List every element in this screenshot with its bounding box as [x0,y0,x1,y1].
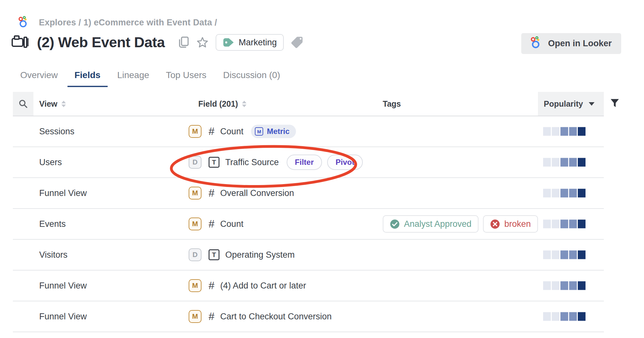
popularity-segment [578,189,586,198]
field-name: Cart to Checkout Conversion [220,312,332,322]
field-attribute-chip[interactable]: Pivot [327,155,363,170]
text-type-icon: T [209,249,219,260]
looker-logo-icon [18,16,29,29]
field-name: Count [220,127,243,137]
column-header-field: Field (201) [198,99,238,109]
view-cell: Visitors [39,250,67,260]
looker-logo-icon [531,36,542,51]
table-header-row: View Field (201) Tags Popularity [13,92,604,116]
tags-cell: Analyst Approvedbroken [383,215,538,233]
sort-view-control[interactable] [61,101,66,107]
popularity-segment [560,189,568,198]
sort-field-control[interactable] [242,101,246,107]
column-header-popularity[interactable]: Popularity [538,92,604,116]
view-cell: Funnel View [39,312,87,322]
tag-label: broken [504,219,531,229]
table-row[interactable]: EventsM#CountAnalyst Approvedbroken [13,209,604,240]
metric-m-icon: M [255,127,263,136]
check-circle-icon [390,219,400,229]
popularity-segment [560,220,568,228]
popularity-bars [543,158,586,167]
popularity-segment [569,127,577,136]
field-name: Count [220,219,243,229]
breadcrumb[interactable]: Explores / 1) eCommerce with Event Data … [39,18,217,28]
popularity-segment [543,158,551,167]
fields-table: View Field (201) Tags Popularity Session… [0,92,644,332]
popularity-segment [543,189,551,198]
field-kind-badge: M [189,125,201,138]
popularity-segment [569,220,577,228]
page-title: (2) Web Event Data [37,34,165,51]
field-attribute-chip[interactable]: Filter [287,155,322,170]
popularity-segment [552,127,559,136]
column-header-view: View [39,99,58,109]
table-row[interactable]: Funnel ViewM#Overall Conversion [13,178,604,209]
popularity-segment [578,127,586,136]
popularity-bars [543,189,586,198]
popularity-segment [552,220,559,228]
search-icon[interactable] [13,92,33,116]
table-body: SessionsM#CountMMetricUsersDTTraffic Sou… [0,116,644,332]
field-name: (4) Add to Cart or later [220,281,306,291]
popularity-segment [560,158,568,167]
popularity-bars [543,251,586,259]
tag-approved-chip[interactable]: Analyst Approved [383,215,479,233]
x-circle-icon [490,219,500,229]
tag-broken-chip[interactable]: broken [483,215,538,233]
tag-teal-icon [223,38,234,47]
field-name: Operating System [225,250,295,260]
view-cell: Events [39,219,66,229]
field-kind-badge: D [189,248,201,261]
popularity-segment [543,220,551,228]
number-type-icon: # [209,310,214,323]
tab-lineage[interactable]: Lineage [117,70,149,87]
popularity-segment [552,158,559,167]
title-row: (2) Web Event Data Marketing [11,31,311,54]
number-type-icon: # [209,125,214,138]
filter-funnel-icon[interactable] [610,98,620,109]
view-cell: Funnel View [39,188,87,198]
star-icon[interactable] [196,36,209,49]
popularity-segment [569,312,577,321]
popularity-segment [569,251,577,259]
breadcrumb-row: Explores / 1) eCommerce with Event Data … [18,16,217,29]
popularity-segment [543,251,551,259]
field-kind-badge: M [189,218,201,230]
number-type-icon: # [209,187,214,199]
popularity-segment [569,189,577,198]
field-name: Traffic Source [225,157,279,167]
tab-overview[interactable]: Overview [20,70,58,87]
column-header-tags: Tags [383,99,401,109]
chip-label: Filter [295,158,314,167]
table-row[interactable]: Funnel ViewM#Cart to Checkout Conversion [13,301,604,332]
copy-icon[interactable] [178,36,189,49]
popularity-segment [552,251,559,259]
tab-top-users[interactable]: Top Users [166,70,206,87]
table-row[interactable]: VisitorsDTOperating System [13,240,604,271]
popularity-bars [543,281,586,290]
popularity-segment [569,158,577,167]
popularity-segment [560,251,568,259]
table-row[interactable]: UsersDTTraffic SourceFilterPivot [13,147,604,178]
open-in-looker-label: Open in Looker [548,39,612,49]
popularity-segment [560,312,568,321]
metric-chip[interactable]: MMetric [251,125,296,138]
open-in-looker-button[interactable]: Open in Looker [521,33,621,54]
number-type-icon: # [209,218,214,230]
field-cell: M#Overall Conversion [189,187,302,200]
tags-icon[interactable] [290,36,304,49]
page: Explores / 1) eCommerce with Event Data … [0,0,644,338]
view-cell: Users [39,157,62,167]
popularity-segment [543,127,551,136]
popularity-segment [578,281,586,290]
popularity-segment [569,281,577,290]
popularity-segment [578,251,586,259]
table-row[interactable]: Funnel ViewM#(4) Add to Cart or later [13,271,604,301]
popularity-segment [560,281,568,290]
view-cell: Funnel View [39,281,87,291]
tab-discussion[interactable]: Discussion (0) [223,70,280,87]
field-cell: M#Cart to Checkout Conversion [189,310,339,323]
table-row[interactable]: SessionsM#CountMMetric [13,116,604,147]
tab-fields[interactable]: Fields [67,70,108,87]
marketing-tag-chip[interactable]: Marketing [216,34,284,51]
